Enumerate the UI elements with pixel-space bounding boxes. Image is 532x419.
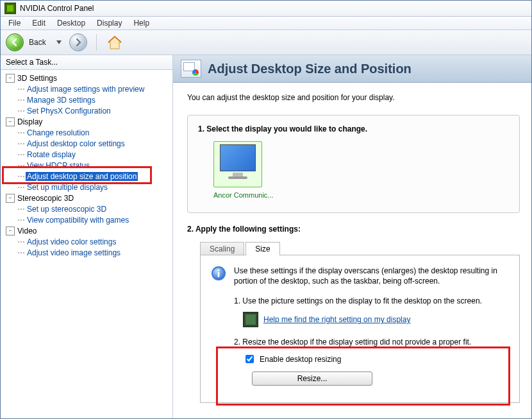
content-area: Adjust Desktop Size and Position You can… <box>173 55 531 418</box>
back-history-dropdown[interactable] <box>54 34 64 51</box>
tree-item-video-color[interactable]: Adjust video color settings <box>26 237 117 246</box>
collapse-icon[interactable]: − <box>6 227 15 235</box>
substep1-label: 1. Use the picture settings on the displ… <box>234 296 509 305</box>
menu-edit[interactable]: Edit <box>27 17 51 29</box>
tree-group-video[interactable]: Video <box>17 227 37 235</box>
enable-resize-checkbox[interactable]: Enable desktop resizing <box>243 353 509 365</box>
menu-bar: File Edit Desktop Display Help <box>1 17 531 30</box>
help-link[interactable]: Help me find the right setting on my dis… <box>263 315 410 324</box>
tree-item-change-resolution[interactable]: Change resolution <box>26 128 90 137</box>
tree-item-adjust-color[interactable]: Adjust desktop color settings <box>26 139 126 148</box>
page-header-icon <box>181 60 201 78</box>
tab-scaling[interactable]: Scaling <box>200 242 244 255</box>
tree-item-adjust-size-position[interactable]: Adjust desktop size and position <box>26 172 138 181</box>
tab-pane-size: Use these settings if the display oversc… <box>200 255 520 403</box>
tree-item-stereo-compat[interactable]: View compatibility with games <box>26 216 130 225</box>
collapse-icon[interactable]: − <box>6 194 15 203</box>
tv-settings-icon <box>243 312 258 327</box>
menu-desktop[interactable]: Desktop <box>52 17 90 29</box>
enable-resize-input[interactable] <box>245 355 254 363</box>
resize-button[interactable]: Resize... <box>252 372 372 386</box>
page-intro: You can adjust the desktop size and posi… <box>187 93 520 102</box>
sidebar-header: Select a Task... <box>1 55 172 70</box>
nvidia-app-icon <box>4 3 16 14</box>
tree-item-adjust-image-preview[interactable]: Adjust image settings with preview <box>26 85 145 94</box>
back-label: Back <box>29 38 46 47</box>
collapse-icon[interactable]: − <box>6 117 15 126</box>
home-button[interactable] <box>106 33 124 51</box>
menu-help[interactable]: Help <box>128 17 154 29</box>
enable-resize-label: Enable desktop resizing <box>260 355 341 364</box>
back-button[interactable] <box>6 33 24 51</box>
page-title: Adjust Desktop Size and Position <box>208 62 411 76</box>
menu-file[interactable]: File <box>3 17 26 29</box>
tab-strip: Scaling Size <box>200 241 520 255</box>
page-header: Adjust Desktop Size and Position <box>173 55 531 83</box>
tree-group-3d-settings[interactable]: 3D Settings <box>17 74 57 83</box>
panel-select-display: 1. Select the display you would like to … <box>187 115 520 213</box>
step2-label: 2. Apply the following settings: <box>187 225 520 234</box>
title-bar: NVIDIA Control Panel <box>1 1 531 17</box>
toolbar-separator <box>96 34 97 51</box>
forward-button[interactable] <box>69 33 87 51</box>
tree-group-display[interactable]: Display <box>17 117 42 126</box>
tab-size[interactable]: Size <box>245 242 279 255</box>
collapse-icon[interactable]: − <box>6 74 15 83</box>
svg-point-3 <box>217 269 219 271</box>
svg-rect-2 <box>218 272 220 277</box>
info-icon <box>211 266 226 281</box>
tree-item-video-image[interactable]: Adjust video image settings <box>26 248 122 257</box>
sidebar: Select a Task... −3D Settings ⋯Adjust im… <box>1 55 173 418</box>
step1-label: 1. Select the display you would like to … <box>198 124 509 133</box>
tree-item-hdcp[interactable]: View HDCP status <box>26 161 91 170</box>
window-title: NVIDIA Control Panel <box>20 4 94 13</box>
menu-display[interactable]: Display <box>92 17 127 29</box>
tree-item-multiple-displays[interactable]: Set up multiple displays <box>26 183 109 192</box>
toolbar: Back <box>1 30 531 55</box>
tree-item-physx[interactable]: Set PhysX Configuration <box>26 107 112 115</box>
tree-item-setup-stereo[interactable]: Set up stereoscopic 3D <box>26 205 108 214</box>
display-name-label: Ancor Communic... <box>213 191 274 199</box>
info-text: Use these settings if the display oversc… <box>234 266 509 286</box>
tree-item-rotate-display[interactable]: Rotate display <box>26 150 77 159</box>
tree-item-manage-3d[interactable]: Manage 3D settings <box>26 96 97 105</box>
substep2-label: 2. Resize the desktop if the display set… <box>234 338 509 346</box>
display-option[interactable]: Ancor Communic... <box>213 141 274 199</box>
monitor-icon <box>213 141 262 187</box>
task-tree: −3D Settings ⋯Adjust image settings with… <box>1 70 172 418</box>
tree-group-stereo[interactable]: Stereoscopic 3D <box>17 194 74 203</box>
